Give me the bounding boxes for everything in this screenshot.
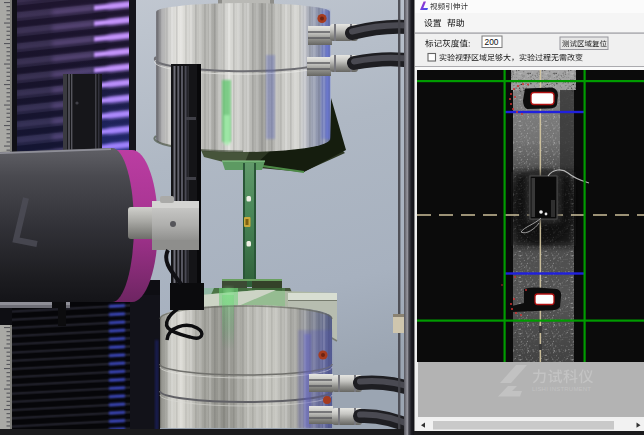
svg-text:200: 200 bbox=[485, 37, 499, 47]
svg-text:LISHI INSTRUMENT: LISHI INSTRUMENT bbox=[532, 386, 591, 392]
